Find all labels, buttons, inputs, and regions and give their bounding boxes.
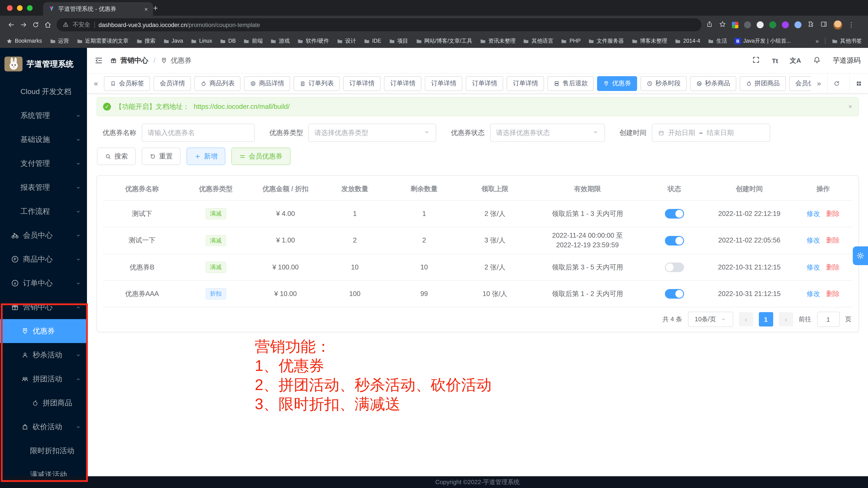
extension-icon-grid[interactable] [732,22,738,28]
page-size-select[interactable]: 10条/页 [688,312,733,327]
edit-link[interactable]: 修改 [807,210,820,217]
sidebar-item-product-center[interactable]: P商品中心 [0,247,87,271]
breadcrumb-marketing[interactable]: 营销中心 [120,56,148,65]
bookmark-folder[interactable]: 前端 [243,37,263,45]
coupon-status-select[interactable]: 请选择优惠券状态 [490,124,605,142]
new-tab-button[interactable]: + [153,3,158,13]
address-bar[interactable]: 不安全 dashboard-vue3.yudao.iocoder.cn/prom… [57,18,702,31]
bookmark-folder[interactable]: 其他语言 [523,37,553,45]
bookmarks-overflow-chevron[interactable]: » [815,37,819,45]
tags-scroll-right-icon[interactable]: » [814,79,824,88]
layout-grid-icon[interactable] [849,74,868,93]
sidebar-item-groupon-product[interactable]: 拼团商品 [0,391,87,415]
sidebar-collapse-icon[interactable] [94,56,103,65]
fullscreen-icon[interactable] [752,56,760,65]
extension-icon-2[interactable] [757,21,764,28]
alert-close-icon[interactable]: × [848,103,852,111]
bookmark-folder[interactable]: 运营 [49,37,69,45]
delete-link[interactable]: 删除 [826,290,840,297]
member-coupon-button[interactable]: 会员优惠券 [231,148,290,165]
minimize-window-button[interactable] [17,5,23,11]
font-size-icon[interactable]: Tt [772,57,778,64]
share-icon[interactable] [706,20,713,29]
bookmark-star-icon[interactable] [719,20,726,29]
bookmark-folder[interactable]: 设计 [336,37,356,45]
back-icon[interactable] [5,21,18,29]
sidebar-item-report[interactable]: 报表管理 [0,175,87,199]
tab-order-detail-4[interactable]: 订单详情 [466,76,503,91]
tab-order-list[interactable]: 订单列表 [294,76,340,91]
sidebar-item-cloud-doc[interactable]: Cloud 开发文档 [0,80,87,104]
sidebar-item-groupon[interactable]: 拼团活动 [0,367,87,391]
bookmark-folder[interactable]: Linux [190,37,212,45]
profile-avatar[interactable] [833,20,842,29]
search-button[interactable]: 搜索 [97,148,136,165]
maximize-window-button[interactable] [27,5,33,11]
tab-refund[interactable]: 售后退款 [548,76,594,91]
delete-link[interactable]: 删除 [826,210,840,217]
tab-groupon-product[interactable]: 拼团商品 [740,76,786,91]
tab-member-tag[interactable]: 会员标签 [104,76,150,91]
sidebar-item-system[interactable]: 系统管理 [0,104,87,127]
tab-order-detail-5[interactable]: 订单详情 [507,76,544,91]
breadcrumb-coupon[interactable]: 优惠券 [161,56,192,65]
delete-link[interactable]: 删除 [826,236,840,244]
side-panel-icon[interactable] [820,20,828,29]
bookmark-folder[interactable]: 近期需要读的文章 [76,37,128,45]
sidebar-item-bargain[interactable]: 砍价活动 [0,415,87,439]
bookmarks-root[interactable]: Bookmarks [6,38,42,44]
tab-close-icon[interactable]: × [144,5,148,12]
extension-icon-4[interactable] [782,21,789,28]
reload-icon[interactable] [30,21,42,29]
extension-icon-1[interactable] [744,21,751,28]
tags-scroll-left-icon[interactable]: « [91,79,101,88]
bookmark-folder[interactable]: 2014-4 [675,37,700,45]
language-icon[interactable]: 文A [790,56,801,65]
sidebar-item-time-discount[interactable]: 限时折扣活动 [0,439,87,463]
reset-button[interactable]: 重置 [142,148,181,165]
current-user-name[interactable]: 芋道源码 [833,56,861,65]
status-toggle[interactable] [665,209,684,219]
status-toggle[interactable] [665,236,684,246]
bookmark-folder[interactable]: 生活 [708,37,727,45]
tab-seckill-time[interactable]: 秒杀时段 [641,76,687,91]
status-toggle[interactable] [665,263,684,272]
tab-order-detail-2[interactable]: 订单详情 [384,76,422,91]
add-button[interactable]: 新增 [187,148,225,165]
edit-link[interactable]: 修改 [807,290,820,297]
sidebar-item-payment[interactable]: 支付管理 [0,151,87,175]
tab-seckill-product[interactable]: 秒杀商品 [690,76,736,91]
tab-product-list[interactable]: 商品列表 [195,76,241,91]
status-toggle[interactable] [665,289,684,299]
current-page-button[interactable]: 1 [758,312,773,327]
sidebar-item-infra[interactable]: 基础设施 [0,127,87,151]
tab-member-detail[interactable]: 会员详情 [154,76,191,91]
sidebar-item-seckill[interactable]: 秒杀活动 [0,343,87,367]
bookmark-java-dev[interactable]: B Java开发 | 小组首... [735,37,791,45]
extension-icon-3[interactable] [769,21,776,28]
alert-doc-link[interactable]: https://doc.iocoder.cn/mall/build/ [194,103,290,111]
sidebar-item-coupon[interactable]: 优惠券 [0,319,87,343]
coupon-name-input[interactable]: 请输入优惠券名 [142,124,255,142]
tab-product-detail[interactable]: 商品详情 [244,76,290,91]
bookmark-folder[interactable]: 软件/硬件 [297,37,329,45]
tab-order-detail-1[interactable]: 订单详情 [343,76,381,91]
extensions-puzzle-icon[interactable] [807,20,814,29]
tab-order-detail-3[interactable]: 订单详情 [425,76,463,91]
extension-icon-5[interactable] [795,21,802,28]
close-window-button[interactable] [7,5,12,11]
tags-refresh-icon[interactable] [827,74,846,93]
tab-coupon[interactable]: 优惠券 [597,76,637,91]
bookmark-folder[interactable]: 资讯未整理 [480,37,516,45]
settings-gear-button[interactable] [853,247,868,265]
sidebar-item-order-center[interactable]: e订单中心 [0,271,87,295]
bookmark-folder[interactable]: 博客未整理 [631,37,667,45]
browser-tab[interactable]: 芋道管理系统 - 优惠券 × [43,2,153,16]
prev-page-button[interactable]: ‹ [739,312,753,327]
browser-menu-dots-icon[interactable]: ⋮ [848,21,855,29]
bookmark-folder[interactable]: 搜索 [136,37,155,45]
bookmark-folder[interactable]: 项目 [389,37,408,45]
coupon-type-select[interactable]: 请选择优惠券类型 [308,124,436,142]
home-icon[interactable] [42,21,54,29]
goto-page-input[interactable]: 1 [817,312,839,327]
